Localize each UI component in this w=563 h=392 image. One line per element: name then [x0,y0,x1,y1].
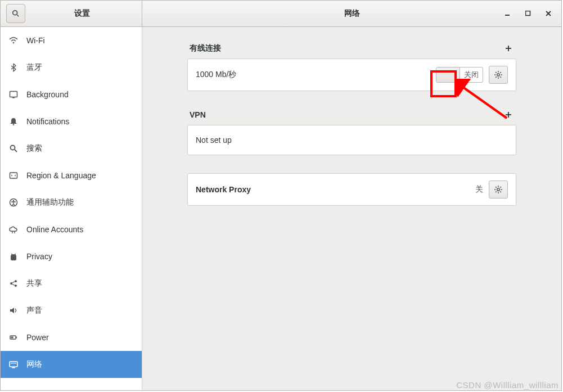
proxy-label: Network Proxy [196,185,475,194]
svg-rect-30 [12,367,15,368]
cloud-icon [8,224,19,235]
svg-point-10 [11,146,15,150]
window-minimize-button[interactable] [503,8,513,19]
sidebar-item-label: Region & Language [26,171,96,180]
sidebar-item-label: 蓝牙 [26,62,42,73]
gear-icon [494,70,503,79]
proxy-panel: Network Proxy 关 [187,173,516,206]
vpn-status-label: Not set up [196,136,508,145]
close-icon [546,11,551,16]
svg-point-6 [13,42,15,44]
svg-point-19 [11,254,12,255]
titlebar: 设置 网络 [1,1,561,27]
window-controls [503,8,561,19]
maximize-icon [525,11,531,16]
region-icon [8,170,19,181]
plus-icon [505,45,512,52]
sidebar: Wi-Fi 蓝牙 Background Notifications 搜索 Reg… [1,27,142,390]
svg-line-42 [496,76,497,78]
svg-rect-12 [10,173,17,178]
sidebar-item-online-accounts[interactable]: Online Accounts [1,216,142,243]
settings-window: 设置 网络 Wi-Fi [0,0,562,391]
wired-panel: 1000 Mb/秒 关闭 [187,58,516,91]
bell-icon [8,116,19,127]
window-close-button[interactable] [543,8,553,19]
accessibility-icon [8,197,19,208]
svg-point-16 [13,200,15,202]
titlebar-right: 网络 [142,1,561,26]
network-icon [8,359,19,370]
svg-line-51 [500,191,501,192]
sidebar-item-sharing[interactable]: 共享 [1,270,142,297]
vpn-section-title: VPN [190,110,503,119]
share-icon [8,278,19,289]
privacy-icon [8,251,19,262]
sidebar-item-label: 通用辅助功能 [26,197,74,208]
sidebar-item-wifi[interactable]: Wi-Fi [1,27,142,54]
svg-rect-2 [505,15,510,16]
titlebar-search-button[interactable] [6,4,25,23]
proxy-settings-button[interactable] [489,181,508,199]
svg-line-25 [12,284,15,286]
sidebar-item-label: 网络 [26,359,42,370]
sidebar-item-privacy[interactable]: Privacy [1,243,142,270]
titlebar-right-title: 网络 [142,8,561,19]
sidebar-item-label: Notifications [26,117,69,126]
wired-add-button[interactable] [503,43,514,54]
switch-off-label: 关闭 [460,67,483,82]
bluetooth-icon [8,62,19,73]
svg-line-41 [500,72,501,73]
sidebar-item-accessibility[interactable]: 通用辅助功能 [1,189,142,216]
wired-section-header: 有线连接 [187,43,516,54]
window-maximize-button[interactable] [523,8,533,19]
proxy-row: Network Proxy 关 [188,174,516,205]
wired-speed-label: 1000 Mb/秒 [196,70,436,80]
sidebar-item-background[interactable]: Background [1,81,142,108]
sidebar-item-region[interactable]: Region & Language [1,162,142,189]
proxy-status: 关 [475,184,483,195]
wired-section-title: 有线连接 [190,43,503,53]
sidebar-item-power[interactable]: Power [1,324,142,351]
sound-icon [8,305,19,316]
power-icon [8,332,19,343]
sidebar-item-sound[interactable]: 声音 [1,297,142,324]
svg-line-50 [496,187,497,188]
vpn-add-button[interactable] [503,109,514,120]
sidebar-item-notifications[interactable]: Notifications [1,108,142,135]
svg-rect-29 [10,362,17,367]
sidebar-item-network[interactable]: 网络 [1,351,142,378]
sidebar-item-bluetooth[interactable]: 蓝牙 [1,54,142,81]
wifi-icon [8,35,19,46]
svg-line-1 [17,15,19,16]
sidebar-item-label: Background [26,90,69,99]
svg-point-9 [13,124,15,125]
titlebar-left: 设置 [1,1,142,26]
svg-rect-27 [16,337,17,339]
svg-point-0 [13,11,17,15]
svg-line-39 [496,72,497,73]
vpn-panel: Not set up [187,125,516,155]
wired-settings-button[interactable] [489,66,508,84]
svg-point-22 [15,280,17,282]
svg-rect-28 [11,337,13,339]
titlebar-left-title: 设置 [25,8,138,19]
svg-point-14 [15,175,16,176]
sidebar-item-label: Online Accounts [26,225,83,234]
wired-toggle-switch[interactable]: 关闭 [436,67,483,83]
sidebar-item-label: Wi-Fi [26,36,45,45]
svg-line-24 [12,282,15,283]
svg-point-34 [497,74,499,76]
svg-rect-7 [10,92,17,97]
plus-icon [505,111,512,118]
svg-point-23 [15,285,17,287]
vpn-section-header: VPN [187,109,516,120]
content-area: 有线连接 1000 Mb/秒 关闭 [142,27,561,390]
svg-line-11 [15,150,17,152]
body: Wi-Fi 蓝牙 Background Notifications 搜索 Reg… [1,27,561,390]
sidebar-item-label: 共享 [26,278,42,289]
vpn-row: Not set up [188,125,516,155]
sidebar-item-search[interactable]: 搜索 [1,135,142,162]
switch-knob [436,67,460,82]
svg-point-20 [15,254,16,255]
svg-rect-8 [12,97,15,98]
